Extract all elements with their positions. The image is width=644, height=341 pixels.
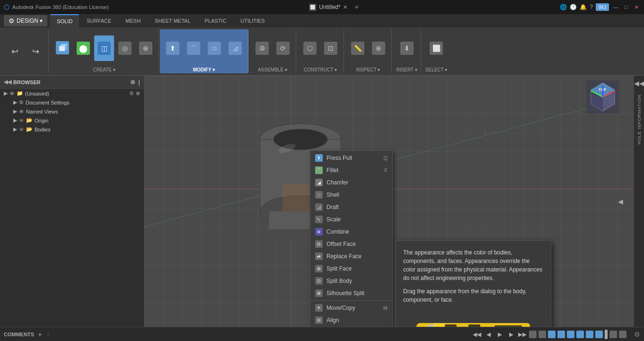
menu-item-scale[interactable]: ⤡ Scale [310, 213, 392, 226]
redo-button[interactable]: ↪ [26, 39, 45, 64]
tl-play-btn[interactable]: ▶ [495, 330, 504, 339]
menu-item-silhouette-split[interactable]: ⊠ Silhouette Split [310, 287, 392, 299]
undo-button[interactable]: ↩ [5, 39, 25, 64]
inspect-btn2[interactable]: ⊕ [369, 35, 388, 61]
tab-solid[interactable]: SOLID [50, 14, 79, 27]
maximize-btn[interactable]: □ [622, 3, 630, 11]
view-gizmo[interactable]: TOP [586, 80, 619, 114]
close-btn[interactable]: ✕ [633, 3, 640, 11]
tl-marker-3 [548, 331, 556, 338]
browser-item-doc-settings[interactable]: ▶ ⚙ Document Settings [0, 98, 144, 107]
select-btn1[interactable]: ⬜ [426, 35, 446, 61]
expand-icon4: ▶ [13, 117, 17, 123]
tl-back-btn[interactable]: ◀ [484, 330, 493, 339]
create-label[interactable]: CREATE ▾ [93, 67, 115, 73]
menu-item-align[interactable]: ⊟ Align [310, 314, 392, 326]
item-more-icon[interactable]: ⊕ [136, 90, 140, 96]
close-doc-icon[interactable]: ✕ [343, 4, 347, 10]
network-icon: 🌐 [560, 4, 567, 10]
settings-btn[interactable]: ⚙ [634, 331, 640, 338]
undo-icon: ↩ [8, 45, 21, 58]
inspect-btn1[interactable]: 📏 [348, 35, 368, 61]
browser-panel: ◀◀ BROWSER ⊕ | ▶ 👁 📁 (Unsaved) ⚙ ⊕ ▶ ⚙ D… [0, 76, 144, 327]
tab-sheet-metal[interactable]: SHEET METAL [148, 14, 197, 27]
browser-collapse-icon[interactable]: ⊕ [130, 79, 135, 86]
modify-fillet-btn[interactable]: ⌒ [184, 35, 203, 61]
menu-item-offset-face[interactable]: ⊟ Offset Face [310, 238, 392, 250]
construct-btn2[interactable]: ⊡ [321, 35, 341, 61]
create-more-btn[interactable]: ⊕ [136, 35, 156, 61]
menu-item-shell[interactable]: □ Shell [310, 189, 392, 201]
help-icon[interactable]: ? [590, 4, 593, 10]
expand-icon5: ▶ [13, 126, 17, 132]
browser-item-named-views[interactable]: ▶ 👁 Named Views [0, 107, 144, 116]
tl-prev-btn[interactable]: ◀◀ [472, 330, 482, 339]
menu-item-split-face[interactable]: ⊞ Split Face [310, 262, 392, 275]
tl-playhead[interactable] [605, 330, 608, 339]
create-active-btn[interactable]: ◫ [94, 35, 114, 61]
menu-item-combine[interactable]: ⊕ Combine [310, 226, 392, 238]
viewport[interactable]: ⬆ Press Pull Q ⌒ Fillet F ◢ Chamfer [144, 76, 634, 327]
right-panel-toggle[interactable]: ◀◀ [634, 76, 644, 91]
add-doc-icon[interactable]: ＋ [353, 3, 360, 11]
item-settings-icon[interactable]: ⚙ [129, 90, 134, 96]
menu-item-split-body[interactable]: ⊡ Split Body [310, 275, 392, 287]
browser-item-origin[interactable]: ▶ 👁 📂 Origin [0, 116, 144, 125]
tl-last-btn[interactable]: ▶▶ [518, 330, 527, 339]
hole-info-label[interactable]: HOLE INFORMATION [637, 91, 642, 148]
eye-icon[interactable]: 👁 [9, 91, 15, 96]
create-torus-btn[interactable]: ◎ [115, 35, 135, 61]
select-label[interactable]: SELECT ▾ [425, 67, 448, 73]
modify-draft-btn[interactable]: ◿ [225, 35, 245, 61]
construct-btn1[interactable]: ⬡ [300, 35, 320, 61]
tooltip-popup: The appearance affects the color of bodi… [395, 240, 551, 327]
tl-next-btn[interactable]: ▶ [506, 330, 516, 339]
assemble-icon2: ⟳ [276, 42, 290, 55]
comments-label: COMMENTS [4, 332, 34, 337]
insert-label[interactable]: INSERT ▾ [396, 67, 417, 73]
inspect-label[interactable]: INSPECT ▾ [356, 67, 380, 73]
modify-shell-btn[interactable]: □ [204, 35, 224, 61]
create-more-icon: ⊕ [139, 42, 152, 55]
browser-expand-icon[interactable]: ◀◀ [4, 79, 11, 85]
modify-pressull-btn[interactable]: ⬆ [163, 35, 183, 61]
menu-item-move-copy[interactable]: ✛ Move/Copy M [310, 302, 392, 314]
menu-item-delete[interactable]: ✕ Delete Del [310, 326, 392, 327]
fillet-icon: ⌒ [187, 42, 200, 55]
menu-item-fillet[interactable]: ⌒ Fillet F [310, 164, 392, 176]
torus-icon: ◎ [118, 42, 132, 55]
browser-item-unsaved[interactable]: ▶ 👁 📁 (Unsaved) ⚙ ⊕ [0, 89, 144, 98]
browser-item-bodies[interactable]: ▶ 👁 📂 Bodies [0, 125, 144, 134]
menu-item-draft[interactable]: ◿ Draft [310, 201, 392, 213]
assemble-btn2[interactable]: ⟳ [273, 35, 293, 61]
add-comment-btn[interactable]: + [38, 331, 42, 338]
menu-item-replace-face[interactable]: ⇄ Replace Face [310, 250, 392, 262]
toolbar-content: ↩ ↪ ⬤ ◫ [0, 27, 644, 75]
menu-item-chamfer[interactable]: ◢ Chamfer [310, 176, 392, 189]
design-label: DESIGN ▾ [17, 17, 43, 24]
menu-item-press-pull[interactable]: ⬆ Press Pull Q [310, 152, 392, 164]
construct-label[interactable]: CONSTRUCT ▾ [304, 67, 337, 73]
tab-plastic[interactable]: PLASTIC [198, 14, 233, 27]
panel-collapse-btn[interactable]: ◀ [618, 198, 623, 205]
design-button[interactable]: ⚙ DESIGN ▾ [4, 15, 47, 26]
timeline-controls: ◀◀ ◀ ▶ ▶ ▶▶ [472, 330, 626, 339]
assemble-btn1[interactable]: ⚙ [252, 35, 272, 61]
browser-panel-toggle[interactable]: | [138, 79, 140, 86]
modify-label[interactable]: MODIFY ▾ [193, 67, 215, 73]
scale-icon: ⤡ [315, 216, 323, 223]
create-cylinder-btn[interactable]: ⬤ [73, 35, 93, 61]
insert-btn1[interactable]: ⬇ [397, 35, 417, 61]
minimize-btn[interactable]: — [612, 3, 619, 11]
create-active-icon: ◫ [97, 42, 111, 55]
eye-icon2[interactable]: 👁 [19, 118, 24, 123]
eye-icon3[interactable]: 👁 [19, 127, 24, 132]
assemble-label[interactable]: ASSEMBLE ▾ [258, 67, 287, 73]
tab-mesh[interactable]: MESH [119, 14, 147, 27]
create-box-btn[interactable] [53, 35, 72, 61]
press-pull-icon: ⬆ [166, 42, 179, 55]
tab-utilities[interactable]: UTILITIES [234, 14, 271, 27]
press-pull-icon: ⬆ [315, 154, 323, 162]
tab-surface[interactable]: SURFACE [80, 14, 118, 27]
toolbar-undoredo: ↩ ↪ [2, 29, 49, 73]
